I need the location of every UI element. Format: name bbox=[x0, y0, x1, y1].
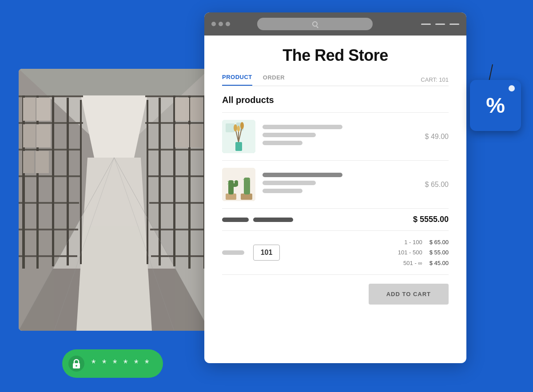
add-to-cart-row: ADD TO CART bbox=[222, 275, 449, 313]
svg-rect-15 bbox=[36, 95, 39, 269]
svg-rect-46 bbox=[226, 123, 235, 132]
tier-row-1: 1 - 100 $ 65.00 bbox=[398, 237, 449, 247]
svg-rect-2 bbox=[19, 69, 210, 95]
price-tag: % bbox=[465, 64, 523, 131]
quantity-input[interactable]: 101 bbox=[253, 245, 280, 261]
svg-rect-8 bbox=[19, 122, 83, 124]
product-list: $ 49.00 bbox=[222, 112, 449, 275]
quantity-label-line bbox=[222, 250, 244, 255]
product-thumb-1 bbox=[222, 120, 255, 153]
product-desc-line-2b bbox=[263, 189, 302, 193]
svg-rect-10 bbox=[19, 175, 80, 177]
tab-product[interactable]: PRODUCT bbox=[222, 74, 252, 86]
tier-range-2: 101 - 500 bbox=[398, 247, 422, 257]
tabs-bar: PRODUCT ORDER CART: 101 bbox=[222, 74, 449, 86]
order-total: $ 5555.00 bbox=[413, 215, 449, 224]
order-summary-row: $ 5555.00 bbox=[222, 209, 449, 231]
svg-rect-9 bbox=[19, 149, 81, 150]
svg-rect-22 bbox=[36, 124, 51, 147]
svg-marker-6 bbox=[76, 158, 152, 331]
svg-rect-25 bbox=[145, 95, 210, 97]
product-desc-line-2a bbox=[263, 181, 316, 185]
svg-rect-14 bbox=[22, 95, 25, 269]
warehouse-image bbox=[19, 69, 210, 331]
lock-icon bbox=[68, 356, 84, 372]
product-item-1[interactable]: $ 49.00 bbox=[222, 113, 449, 161]
svg-rect-20 bbox=[36, 98, 51, 121]
product-item-2[interactable]: $ 65.00 bbox=[222, 161, 449, 209]
tier-range-1: 1 - 100 bbox=[404, 237, 422, 247]
svg-point-52 bbox=[234, 124, 237, 131]
svg-rect-7 bbox=[19, 95, 83, 97]
product-price-1: $ 49.00 bbox=[425, 133, 449, 141]
order-line-2 bbox=[253, 218, 293, 222]
svg-rect-48 bbox=[235, 142, 242, 151]
svg-rect-18 bbox=[80, 100, 82, 264]
svg-rect-34 bbox=[173, 95, 175, 266]
product-info-2 bbox=[263, 173, 418, 197]
search-icon bbox=[312, 21, 318, 27]
close-icon bbox=[449, 24, 459, 25]
tier-price-3: $ 45.00 bbox=[430, 258, 449, 268]
quantity-pricing-row: 101 1 - 100 $ 65.00 101 - 500 $ 55.00 50… bbox=[222, 231, 449, 275]
product-info-1 bbox=[263, 125, 418, 149]
browser-search-bar[interactable] bbox=[257, 18, 373, 30]
window-dot-1 bbox=[211, 22, 216, 26]
password-badge: * * * * * * bbox=[62, 349, 163, 378]
svg-point-53 bbox=[240, 122, 244, 129]
tag-body: % bbox=[470, 80, 521, 131]
svg-rect-12 bbox=[19, 229, 78, 230]
password-stars: * * * * * * bbox=[91, 357, 151, 370]
svg-rect-21 bbox=[23, 124, 36, 147]
svg-rect-23 bbox=[23, 151, 34, 173]
browser-controls bbox=[421, 24, 459, 25]
svg-rect-11 bbox=[19, 202, 79, 204]
product-desc-line-1b bbox=[263, 141, 302, 145]
window-dots bbox=[211, 22, 230, 26]
tier-price-2: $ 55.00 bbox=[430, 247, 449, 257]
browser-window: The Red Store PRODUCT ORDER CART: 101 Al… bbox=[204, 12, 466, 363]
product-name-line-2 bbox=[263, 173, 342, 177]
window-dot-2 bbox=[219, 22, 223, 26]
maximize-icon bbox=[435, 24, 445, 25]
product-thumb-2 bbox=[222, 168, 255, 201]
svg-rect-27 bbox=[147, 149, 210, 150]
product-desc-line-1a bbox=[263, 133, 316, 137]
svg-rect-29 bbox=[149, 202, 210, 204]
store-title: The Red Store bbox=[222, 46, 449, 65]
svg-rect-40 bbox=[175, 124, 189, 147]
store-content: The Red Store PRODUCT ORDER CART: 101 Al… bbox=[204, 36, 466, 324]
tab-order[interactable]: ORDER bbox=[263, 74, 285, 85]
svg-rect-56 bbox=[226, 194, 236, 200]
tag-hole bbox=[509, 85, 515, 91]
svg-rect-16 bbox=[52, 95, 54, 266]
svg-rect-38 bbox=[175, 98, 189, 121]
svg-rect-60 bbox=[241, 194, 252, 200]
svg-rect-37 bbox=[190, 98, 203, 121]
tag-percent-symbol: % bbox=[486, 93, 505, 118]
cart-count: CART: 101 bbox=[421, 76, 449, 83]
svg-rect-19 bbox=[23, 98, 36, 121]
tier-price-1: $ 65.00 bbox=[430, 237, 449, 247]
add-to-cart-button[interactable]: ADD TO CART bbox=[369, 284, 449, 305]
svg-point-68 bbox=[76, 365, 77, 367]
browser-titlebar bbox=[204, 12, 466, 36]
product-name-line-1 bbox=[263, 125, 342, 129]
svg-rect-33 bbox=[188, 95, 191, 269]
svg-rect-24 bbox=[36, 151, 49, 173]
window-dot-3 bbox=[226, 22, 230, 26]
svg-point-54 bbox=[237, 126, 240, 132]
svg-rect-36 bbox=[147, 100, 148, 264]
order-line-1 bbox=[222, 218, 249, 222]
svg-rect-28 bbox=[148, 175, 210, 177]
tier-row-3: 501 - ∞ $ 45.00 bbox=[398, 258, 449, 268]
svg-rect-59 bbox=[235, 180, 238, 186]
pricing-tiers: 1 - 100 $ 65.00 101 - 500 $ 55.00 501 - … bbox=[398, 237, 449, 268]
tier-row-2: 101 - 500 $ 55.00 bbox=[398, 247, 449, 257]
section-heading: All products bbox=[222, 95, 449, 105]
svg-rect-26 bbox=[145, 122, 210, 124]
svg-rect-57 bbox=[228, 180, 234, 194]
svg-rect-39 bbox=[190, 124, 203, 147]
product-price-2: $ 65.00 bbox=[425, 181, 449, 189]
minimize-icon bbox=[421, 24, 431, 25]
